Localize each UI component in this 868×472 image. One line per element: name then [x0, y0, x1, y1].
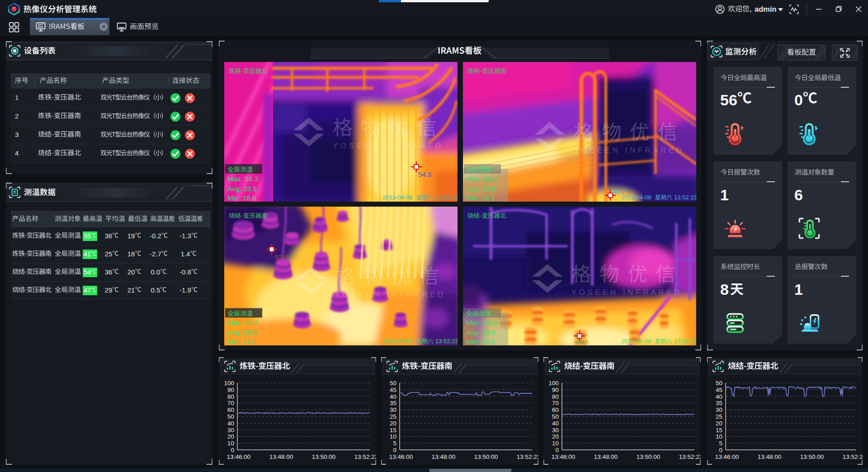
- svg-text:53.8: 53.8: [275, 253, 288, 261]
- svg-text:90: 90: [227, 387, 234, 393]
- svg-text:30: 30: [552, 427, 559, 434]
- svg-text:13:48:00: 13:48:00: [758, 453, 782, 460]
- svg-text:35: 35: [716, 400, 722, 406]
- svg-text:13:52:23: 13:52:23: [517, 453, 538, 460]
- svg-text:YOSEEN INFRARED: YOSEEN INFRARED: [571, 288, 682, 297]
- svg-text:20: 20: [227, 433, 234, 440]
- svg-text:13:48:00: 13:48:00: [432, 453, 456, 460]
- svg-text:15: 15: [716, 427, 722, 434]
- svg-text:15: 15: [390, 427, 396, 434]
- svg-text:10: 10: [390, 433, 396, 440]
- svg-text:40: 40: [552, 420, 559, 427]
- svg-text:13:52:23: 13:52:23: [674, 194, 696, 201]
- svg-text:13:52:23: 13:52:23: [674, 338, 696, 345]
- svg-text:50: 50: [227, 413, 234, 420]
- svg-text:Max: 48.2: Max: 48.2: [466, 175, 497, 183]
- svg-text:30: 30: [716, 406, 722, 413]
- svg-text:YOSEEN INFRARED: YOSEEN INFRARED: [335, 290, 446, 299]
- svg-text:0: 0: [719, 447, 722, 453]
- svg-text:46.0: 46.0: [575, 338, 588, 345]
- svg-text:45: 45: [390, 387, 396, 393]
- svg-text:50: 50: [716, 380, 722, 387]
- svg-text:20: 20: [390, 420, 396, 427]
- svg-text:13:52:23: 13:52:23: [354, 453, 376, 460]
- svg-text:40: 40: [227, 420, 234, 427]
- svg-text:5: 5: [719, 440, 722, 447]
- svg-text:13:46:00: 13:46:00: [715, 453, 739, 460]
- svg-text:YOSEEN INFRARED: YOSEEN INFRARED: [574, 146, 684, 155]
- svg-text:0: 0: [231, 447, 234, 453]
- svg-text:40: 40: [390, 393, 396, 400]
- svg-text:13:50:00: 13:50:00: [637, 453, 660, 460]
- svg-text:2023-04-08: 2023-04-08: [621, 338, 651, 345]
- svg-text:30: 30: [390, 406, 396, 413]
- svg-text:10: 10: [227, 440, 234, 447]
- svg-text:Min: 18.6: Min: 18.6: [227, 194, 256, 202]
- svg-text:Avg: 39.8: Avg: 39.8: [227, 329, 257, 336]
- svg-text:2023-04-08: 2023-04-08: [621, 194, 651, 201]
- svg-text:20: 20: [716, 420, 722, 427]
- svg-text:13:52:23: 13:52:23: [435, 194, 458, 201]
- svg-text:80: 80: [552, 393, 559, 400]
- svg-text:5: 5: [393, 440, 396, 447]
- svg-text:0: 0: [393, 447, 396, 453]
- svg-text:100: 100: [224, 380, 234, 387]
- svg-text:10: 10: [552, 440, 559, 447]
- svg-text:Min: 21.0: Min: 21.0: [227, 338, 256, 345]
- svg-text:70: 70: [227, 400, 234, 406]
- svg-text:25: 25: [716, 413, 722, 420]
- svg-text:25: 25: [390, 413, 396, 420]
- svg-text:YOSEEN INFRARED: YOSEEN INFRARED: [333, 142, 443, 150]
- svg-text:13:46:00: 13:46:00: [389, 453, 413, 460]
- svg-text:10: 10: [716, 433, 722, 440]
- svg-text:2023-04-08: 2023-04-08: [382, 194, 413, 201]
- svg-text:13:50:00: 13:50:00: [800, 453, 824, 460]
- svg-text:60: 60: [227, 406, 234, 413]
- svg-text:90: 90: [552, 387, 559, 393]
- svg-text:Max: 53.8: Max: 53.8: [227, 319, 258, 326]
- svg-text:40.7: 40.7: [612, 188, 625, 195]
- svg-text:Max: 54.3: Max: 54.3: [227, 175, 258, 183]
- svg-text:13:50:00: 13:50:00: [474, 453, 498, 460]
- svg-text:13:52:23: 13:52:23: [679, 453, 701, 460]
- svg-text:80: 80: [227, 393, 234, 400]
- svg-text:13:48:00: 13:48:00: [269, 453, 293, 460]
- svg-text:50: 50: [390, 380, 396, 387]
- svg-text:Max: 46.0: Max: 46.0: [466, 319, 497, 326]
- svg-text:Avg: 33.5: Avg: 33.5: [227, 185, 257, 193]
- svg-text:Avg: 28.0: Avg: 28.0: [466, 329, 495, 336]
- svg-text:20: 20: [552, 433, 559, 440]
- svg-text:100: 100: [548, 380, 559, 387]
- svg-text:13:46:00: 13:46:00: [227, 453, 251, 460]
- svg-text:13:48:00: 13:48:00: [594, 453, 618, 460]
- svg-text:50: 50: [552, 413, 559, 420]
- svg-text:54.3: 54.3: [418, 170, 431, 178]
- svg-text:70: 70: [552, 400, 559, 406]
- svg-text:40: 40: [716, 393, 722, 400]
- svg-text:45: 45: [716, 387, 722, 393]
- svg-text:2023-04-08: 2023-04-08: [382, 338, 412, 345]
- svg-text:Min: 23.0: Min: 23.0: [466, 338, 495, 345]
- svg-text:13:52:23: 13:52:23: [843, 453, 863, 460]
- svg-text:Min: 18.1: Min: 18.1: [466, 194, 495, 202]
- svg-text:35: 35: [390, 400, 396, 406]
- svg-text:60: 60: [552, 406, 559, 413]
- svg-text:0: 0: [555, 447, 559, 453]
- svg-text:13:46:00: 13:46:00: [552, 453, 576, 460]
- svg-text:13:52:23: 13:52:23: [435, 338, 458, 345]
- svg-text:13:50:00: 13:50:00: [312, 453, 336, 460]
- svg-text:30: 30: [227, 427, 234, 434]
- svg-text:Avg: 24.9: Avg: 24.9: [466, 185, 495, 193]
